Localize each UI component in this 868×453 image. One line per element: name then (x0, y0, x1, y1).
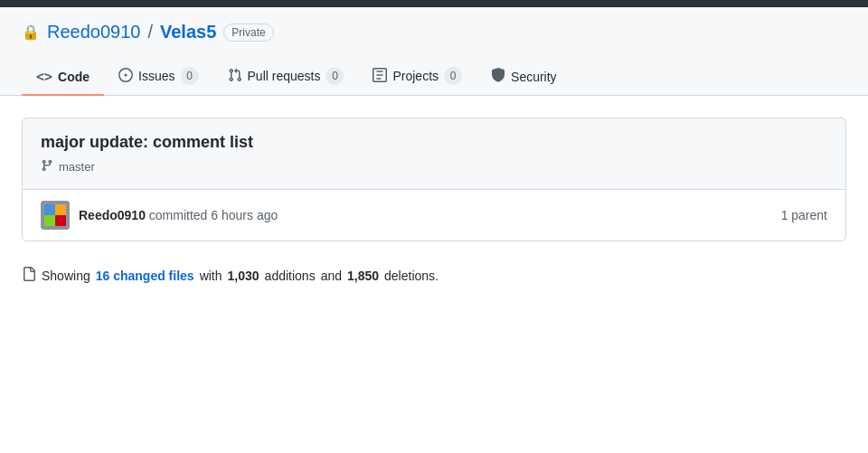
svg-rect-3 (44, 215, 55, 226)
tab-code[interactable]: <> Code (22, 60, 104, 96)
deletions-count: 1,850 (347, 269, 379, 283)
main-content: major update: comment list master (0, 96, 868, 309)
svg-rect-2 (55, 204, 66, 215)
deletions-label: deletions. (384, 269, 439, 283)
svg-rect-1 (44, 204, 55, 215)
commit-header: major update: comment list master (23, 118, 845, 190)
avatar-image (41, 201, 70, 230)
diff-summary: Showing 16 changed files with 1,030 addi… (22, 263, 846, 288)
diff-showing-text: Showing (42, 269, 90, 283)
tab-security[interactable]: Security (476, 59, 571, 96)
commit-branch-row: master (41, 159, 827, 175)
svg-rect-4 (55, 215, 66, 226)
issues-icon (118, 68, 133, 85)
diff-icon (22, 267, 36, 284)
branch-icon (41, 159, 53, 175)
diff-with-text: with (200, 269, 222, 283)
commit-author-name[interactable]: Reedo0910 (79, 208, 146, 222)
security-icon (491, 68, 505, 85)
additions-count: 1,030 (228, 269, 259, 283)
additions-label: additions (265, 269, 316, 283)
commit-author-row: Reedo0910 committed 6 hours ago (41, 201, 278, 230)
repo-nav: <> Code Issues 0 Pull requests (22, 57, 846, 95)
tab-code-label: Code (58, 70, 90, 84)
pr-count: 0 (326, 67, 344, 85)
commit-time-text: committed 6 hours ago (149, 208, 278, 222)
commit-parent: 1 parent (781, 208, 827, 222)
pr-icon (228, 68, 242, 85)
code-icon: <> (36, 69, 52, 85)
projects-icon (373, 68, 387, 85)
repo-title-row: 🔒 Reedo0910 / Velas5 Private (22, 22, 846, 46)
and-text: and (321, 269, 342, 283)
repo-name-link[interactable]: Velas5 (160, 22, 216, 42)
tab-pr-label: Pull requests (248, 69, 321, 83)
tab-security-label: Security (511, 70, 557, 84)
tab-issues[interactable]: Issues 0 (104, 58, 212, 96)
commit-author-info: Reedo0910 committed 6 hours ago (79, 208, 278, 222)
commit-branch-name: master (59, 160, 95, 174)
projects-count: 0 (444, 67, 462, 85)
lock-icon: 🔒 (22, 24, 40, 41)
commit-box: major update: comment list master (22, 118, 846, 241)
issues-count: 0 (181, 67, 199, 85)
tab-projects-label: Projects (392, 69, 439, 83)
nav-tabs-list: <> Code Issues 0 Pull requests (22, 57, 846, 95)
tab-issues-label: Issues (138, 69, 175, 83)
repo-header: 🔒 Reedo0910 / Velas5 Private <> Code Iss… (0, 7, 868, 96)
top-bar (0, 0, 868, 7)
commit-title: major update: comment list (41, 133, 827, 152)
commit-meta: Reedo0910 committed 6 hours ago 1 parent (23, 190, 845, 241)
changed-files-link[interactable]: 16 changed files (96, 269, 194, 283)
tab-projects[interactable]: Projects 0 (358, 58, 476, 96)
repo-separator: / (147, 22, 153, 42)
author-avatar (41, 201, 70, 230)
visibility-badge: Private (223, 24, 273, 42)
repo-owner-link[interactable]: Reedo0910 (47, 22, 140, 42)
tab-pull-requests[interactable]: Pull requests 0 (213, 58, 359, 96)
